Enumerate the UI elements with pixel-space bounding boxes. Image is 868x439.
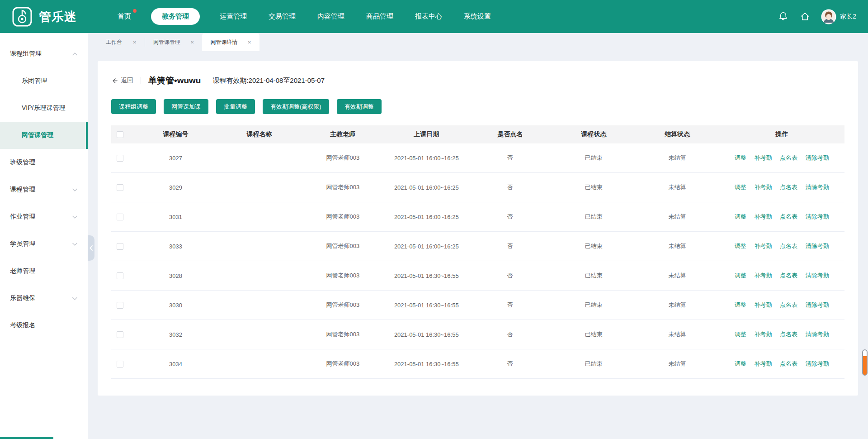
cell-date: 2021-05-01 16:30~16:55 <box>385 272 468 279</box>
username: 家长2 <box>840 13 856 21</box>
row-checkbox[interactable] <box>117 214 123 220</box>
sidebar-item-vip-theory-class-management[interactable]: VIP/乐理课管理 <box>0 95 88 122</box>
tab-online-class-detail[interactable]: 网管课详情 ✕ <box>202 33 259 51</box>
row-checkbox[interactable] <box>117 302 123 309</box>
action-adjust-link[interactable]: 调整 <box>735 213 746 220</box>
detail-header: 返回 单簧管•wuwu 课程有效期:2021-04-08至2021-05-07 <box>111 75 844 86</box>
row-checkbox-cell <box>111 361 134 367</box>
row-checkbox[interactable] <box>117 155 123 162</box>
sidebar-item-grade-exam-registration[interactable]: 考级报名 <box>0 312 88 339</box>
sidebar-item-class-management[interactable]: 班级管理 <box>0 149 88 176</box>
home-icon[interactable] <box>799 11 810 22</box>
back-button[interactable]: 返回 <box>111 76 133 85</box>
action-clear-attendance-link[interactable]: 清除考勤 <box>806 272 829 279</box>
user-menu[interactable]: 家长2 <box>821 9 856 24</box>
table-row: 3031 网管老师003 2021-05-01 16:00~16:25 否 已结… <box>111 202 844 232</box>
action-rollcall-sheet-link[interactable]: 点名表 <box>780 243 797 249</box>
action-adjust-link[interactable]: 调整 <box>735 154 746 161</box>
sidebar-collapse-handle[interactable] <box>88 235 94 261</box>
action-clear-attendance-link[interactable]: 清除考勤 <box>806 154 829 161</box>
action-rollcall-sheet-link[interactable]: 点名表 <box>780 154 797 161</box>
action-makeup-attendance-link[interactable]: 补考勤 <box>754 360 772 367</box>
action-rollcall-sheet-link[interactable]: 点名表 <box>780 301 797 308</box>
bell-icon[interactable] <box>778 11 788 22</box>
cell-status: 已结束 <box>552 183 636 191</box>
action-rollcall-sheet-link[interactable]: 点名表 <box>780 360 797 367</box>
arrow-left-icon <box>111 77 118 84</box>
cell-date: 2021-05-01 16:30~16:55 <box>385 331 468 338</box>
row-checkbox[interactable] <box>117 243 123 250</box>
tab-bar: 工作台 ✕ 网管课管理 ✕ 网管课详情 ✕ <box>88 33 868 51</box>
close-icon[interactable]: ✕ <box>133 40 137 45</box>
row-checkbox[interactable] <box>117 361 123 367</box>
sidebar-item-course-group-management[interactable]: 课程组管理 <box>0 40 88 67</box>
action-makeup-attendance-link[interactable]: 补考勤 <box>754 272 772 279</box>
vertical-scrollbar-thumb[interactable] <box>862 349 868 376</box>
row-checkbox[interactable] <box>117 184 123 191</box>
validity-adjust-high-privilege-button[interactable]: 有效期调整(高权限) <box>263 99 329 114</box>
sidebar-item-course-management[interactable]: 课程管理 <box>0 176 88 203</box>
course-validity: 课程有效期:2021-04-08至2021-05-07 <box>212 76 325 85</box>
action-makeup-attendance-link[interactable]: 补考勤 <box>754 154 772 161</box>
action-rollcall-sheet-link[interactable]: 点名表 <box>780 184 797 191</box>
sidebar-item-homework-management[interactable]: 作业管理 <box>0 203 88 230</box>
row-checkbox[interactable] <box>117 331 123 338</box>
nav-item-home[interactable]: 首页 <box>116 8 133 25</box>
horizontal-scrollbar-thumb[interactable] <box>0 437 53 439</box>
action-rollcall-sheet-link[interactable]: 点名表 <box>780 213 797 220</box>
nav-item-content-management[interactable]: 内容管理 <box>316 8 346 25</box>
action-adjust-link[interactable]: 调整 <box>735 360 746 367</box>
cell-actions: 调整 补考勤 点名表 清除考勤 <box>719 183 844 191</box>
cell-actions: 调整 补考勤 点名表 清除考勤 <box>719 154 844 162</box>
validity-adjust-button[interactable]: 有效期调整 <box>337 99 382 114</box>
nav-item-product-management[interactable]: 商品管理 <box>364 8 395 25</box>
row-checkbox-cell <box>111 184 134 191</box>
cell-status: 已结束 <box>552 330 636 339</box>
action-makeup-attendance-link[interactable]: 补考勤 <box>754 243 772 249</box>
action-adjust-link[interactable]: 调整 <box>735 331 746 338</box>
sidebar-item-online-class-management[interactable]: 网管课管理 <box>0 122 88 149</box>
action-clear-attendance-link[interactable]: 清除考勤 <box>806 301 829 308</box>
select-all-checkbox[interactable] <box>117 131 123 138</box>
tab-online-class-management[interactable]: 网管课管理 ✕ <box>145 33 202 51</box>
add-online-class-button[interactable]: 网管课加课 <box>164 99 208 114</box>
brand[interactable]: 管乐迷 <box>12 6 110 27</box>
sidebar: 课程组管理 乐团管理 VIP/乐理课管理 网管课管理 班级管理 课程管理 作业管… <box>0 33 88 439</box>
action-makeup-attendance-link[interactable]: 补考勤 <box>754 184 772 191</box>
batch-adjust-button[interactable]: 批量调整 <box>216 99 255 114</box>
sidebar-item-teacher-management[interactable]: 老师管理 <box>0 258 88 285</box>
nav-item-system-settings[interactable]: 系统设置 <box>462 8 493 25</box>
action-makeup-attendance-link[interactable]: 补考勤 <box>754 213 772 220</box>
action-rollcall-sheet-link[interactable]: 点名表 <box>780 331 797 338</box>
close-icon[interactable]: ✕ <box>247 40 251 45</box>
action-adjust-link[interactable]: 调整 <box>735 243 746 249</box>
action-rollcall-sheet-link[interactable]: 点名表 <box>780 272 797 279</box>
nav-item-transaction-management[interactable]: 交易管理 <box>267 8 297 25</box>
sidebar-item-student-management[interactable]: 学员管理 <box>0 230 88 258</box>
action-makeup-attendance-link[interactable]: 补考勤 <box>754 301 772 308</box>
adjust-course-group-button[interactable]: 课程组调整 <box>111 99 156 114</box>
tab-workbench[interactable]: 工作台 ✕ <box>98 33 145 51</box>
nav-item-operations-management[interactable]: 运营管理 <box>218 8 249 25</box>
action-makeup-attendance-link[interactable]: 补考勤 <box>754 331 772 338</box>
action-adjust-link[interactable]: 调整 <box>735 184 746 191</box>
cell-actions: 调整 补考勤 点名表 清除考勤 <box>719 301 844 309</box>
sidebar-item-orchestra-management[interactable]: 乐团管理 <box>0 67 88 95</box>
cell-settlement: 未结算 <box>636 183 719 191</box>
nav-item-report-center[interactable]: 报表中心 <box>413 8 444 25</box>
action-clear-attendance-link[interactable]: 清除考勤 <box>806 184 829 191</box>
close-icon[interactable]: ✕ <box>190 40 194 45</box>
action-clear-attendance-link[interactable]: 清除考勤 <box>806 213 829 220</box>
action-adjust-link[interactable]: 调整 <box>735 301 746 308</box>
header-rollcall: 是否点名 <box>468 130 552 138</box>
action-clear-attendance-link[interactable]: 清除考勤 <box>806 360 829 367</box>
action-clear-attendance-link[interactable]: 清除考勤 <box>806 243 829 249</box>
row-checkbox[interactable] <box>117 272 123 279</box>
action-adjust-link[interactable]: 调整 <box>735 272 746 279</box>
nav-item-academic-management[interactable]: 教务管理 <box>151 8 200 25</box>
action-clear-attendance-link[interactable]: 清除考勤 <box>806 331 829 338</box>
row-checkbox-cell <box>111 214 134 220</box>
cell-date: 2021-05-01 16:00~16:25 <box>385 214 468 220</box>
header-course-id: 课程编号 <box>134 130 217 138</box>
sidebar-item-instrument-maintenance[interactable]: 乐器维保 <box>0 285 88 312</box>
